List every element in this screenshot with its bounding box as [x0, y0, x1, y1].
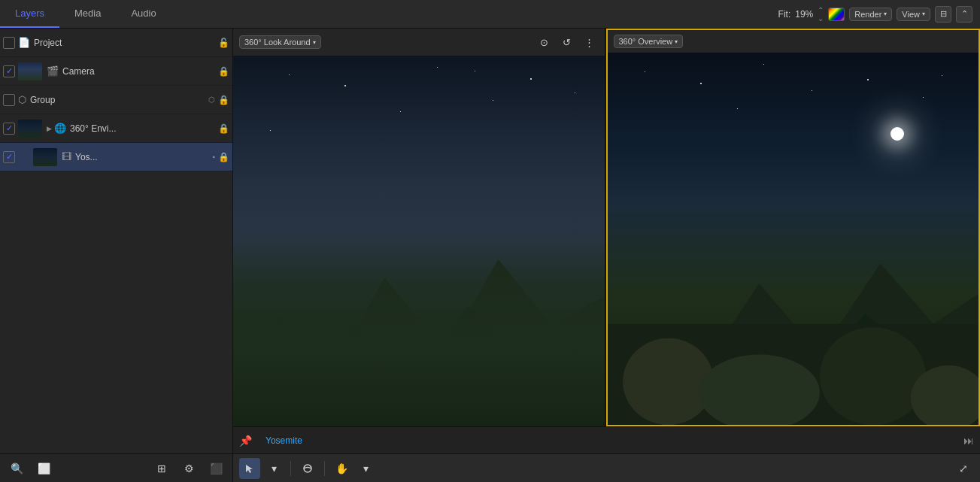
- top-bar-controls: Fit: 19% ⌃⌄ Render ▾ View ▾ ⊟ ⌃: [778, 6, 980, 23]
- layer-checkbox-project[interactable]: [3, 37, 15, 49]
- expand-button[interactable]: ⤢: [953, 458, 974, 479]
- layer-name-camera: Camera: [62, 66, 215, 77]
- layer-checkbox-group[interactable]: [3, 94, 15, 106]
- tab-media[interactable]: Media: [59, 0, 116, 28]
- layer-lock-project: 🔓: [218, 38, 229, 48]
- left-viewport: 360° Look Around ▾ ⊙ ↺ ⋮: [233, 29, 605, 426]
- layer-lock-group: 🔒: [218, 95, 229, 105]
- right-viewport: 360° Overview ▾: [606, 29, 981, 426]
- layer-checkbox-env360[interactable]: [3, 123, 15, 135]
- viewport-more-icon[interactable]: ⋮: [581, 33, 599, 51]
- left-viewport-chevron-icon: ▾: [313, 39, 316, 46]
- layer-row-env360[interactable]: ▶ 🌐 360° Envi... 🔒: [0, 114, 232, 143]
- layer-lock-camera: 🔒: [218, 66, 229, 77]
- layer-name-yosemite: Yos...: [75, 152, 210, 162]
- svg-point-7: [820, 327, 926, 425]
- orbit-tool-button[interactable]: [297, 458, 318, 479]
- env360-icon: 🌐: [54, 123, 66, 134]
- separator-2: [324, 461, 325, 476]
- hand-dropdown-button[interactable]: ▾: [355, 458, 376, 479]
- svg-marker-1: [233, 306, 605, 426]
- layer-name-group: Group: [30, 95, 206, 105]
- sidebar-spacer: [0, 171, 232, 453]
- svg-point-6: [698, 354, 819, 425]
- fit-value: 19%: [795, 9, 813, 20]
- arrow-tool-icon: [244, 463, 255, 474]
- render-dropdown[interactable]: Render ▾: [849, 8, 892, 21]
- layer-row-camera[interactable]: 🎬 Camera 🔒: [0, 57, 232, 86]
- tabs-left: Layers Media Audio: [0, 0, 171, 28]
- panel-resize-button[interactable]: ⌃: [956, 6, 972, 23]
- layer-thumb-env360: [18, 120, 42, 138]
- layer-lock-env360: 🔒: [218, 123, 229, 134]
- left-viewport-dropdown[interactable]: 360° Look Around ▾: [239, 35, 321, 49]
- layer-lock-yosemite: 🔒: [218, 152, 229, 162]
- expand-env360-icon[interactable]: ▶: [47, 125, 52, 132]
- right-scene: [608, 53, 979, 425]
- layer-row-project[interactable]: 📄 Project 🔓: [0, 29, 232, 57]
- main-area: 📄 Project 🔓 🎬 Camera 🔒 ⬡ Group ⬡ 🔒 ▶ 🌐: [0, 29, 980, 482]
- layer-row-group[interactable]: ⬡ Group ⬡ 🔒: [0, 86, 232, 114]
- settings-button[interactable]: ⚙: [178, 458, 199, 479]
- left-scene: [233, 56, 605, 426]
- view-dropdown[interactable]: View ▾: [897, 8, 930, 21]
- yosemite-film-icon: 🎞: [62, 151, 71, 162]
- view-chevron-icon: ▾: [922, 11, 925, 17]
- search-button[interactable]: 🔍: [6, 458, 27, 479]
- mountain-svg-left: [233, 204, 605, 426]
- timeline-pin-icon[interactable]: 📌: [239, 435, 252, 447]
- tab-audio[interactable]: Audio: [116, 0, 171, 28]
- layer-checkbox-yosemite[interactable]: [3, 151, 15, 163]
- project-icon: 📄: [18, 37, 30, 48]
- separator-1: [290, 461, 291, 476]
- right-viewport-dropdown[interactable]: 360° Overview ▾: [614, 35, 684, 48]
- sidebar-bottom-toolbar: 🔍 ⬜ ⊞ ⚙ ⬛: [0, 453, 232, 482]
- render-chevron-icon: ▾: [884, 11, 887, 17]
- layers-button[interactable]: ⬛: [205, 458, 226, 479]
- svg-marker-0: [233, 259, 605, 426]
- right-viewport-header: 360° Overview ▾: [608, 30, 979, 53]
- rocks-svg-right: [608, 295, 979, 425]
- stars-left: [233, 56, 605, 426]
- panel-button[interactable]: ⬜: [33, 458, 54, 479]
- timeline-bar: 📌 Yosemite ⏭: [233, 426, 980, 453]
- hand-tool-button[interactable]: ✋: [331, 458, 352, 479]
- layer-name-env360: 360° Envi...: [70, 123, 215, 134]
- right-viewport-chevron-icon: ▾: [675, 38, 678, 45]
- left-viewport-content: [233, 56, 605, 426]
- layer-thumb-camera: [18, 62, 42, 80]
- fit-stepper-icon[interactable]: ⌃⌄: [818, 6, 824, 23]
- layout-toggle-button[interactable]: ⊟: [935, 6, 951, 23]
- viewport-rotate-icon[interactable]: ↺: [558, 33, 576, 51]
- left-viewport-header: 360° Look Around ▾ ⊙ ↺ ⋮: [233, 29, 605, 56]
- viewport-crosshair-icon[interactable]: ⊙: [536, 33, 554, 51]
- camera-icon: 🎬: [47, 65, 59, 77]
- fit-label: Fit:: [778, 9, 791, 20]
- top-bar: Layers Media Audio Fit: 19% ⌃⌄ Render ▾ …: [0, 0, 980, 29]
- right-viewport-content: [608, 53, 979, 425]
- timeline-end-icon[interactable]: ⏭: [963, 435, 974, 447]
- arrow-dropdown-button[interactable]: ▾: [263, 458, 284, 479]
- layer-thumb-yosemite: [33, 148, 57, 166]
- grid-button[interactable]: ⊞: [151, 458, 172, 479]
- layers-panel: 📄 Project 🔓 🎬 Camera 🔒 ⬡ Group ⬡ 🔒 ▶ 🌐: [0, 29, 233, 482]
- bottom-toolbar: ▾ ✋ ▾ ⤢: [233, 453, 980, 482]
- layer-row-yosemite[interactable]: 🎞 Yos... ▪ 🔒: [0, 143, 232, 171]
- group-sub-icon: ⬡: [208, 95, 215, 104]
- yosemite-extra-icon: ▪: [212, 153, 215, 161]
- layer-checkbox-camera[interactable]: [3, 65, 15, 77]
- viewports-row: 360° Look Around ▾ ⊙ ↺ ⋮: [233, 29, 980, 426]
- layer-name-project: Project: [34, 38, 215, 48]
- orbit-tool-icon: [302, 463, 313, 474]
- group-icon: ⬡: [18, 94, 26, 105]
- arrow-tool-button[interactable]: [239, 458, 260, 479]
- tab-layers[interactable]: Layers: [0, 0, 59, 28]
- svg-point-5: [623, 338, 714, 426]
- viewer-area: 360° Look Around ▾ ⊙ ↺ ⋮: [233, 29, 980, 482]
- color-swatch[interactable]: [828, 8, 845, 21]
- svg-marker-9: [246, 465, 253, 473]
- timeline-clip-label: Yosemite: [265, 435, 302, 446]
